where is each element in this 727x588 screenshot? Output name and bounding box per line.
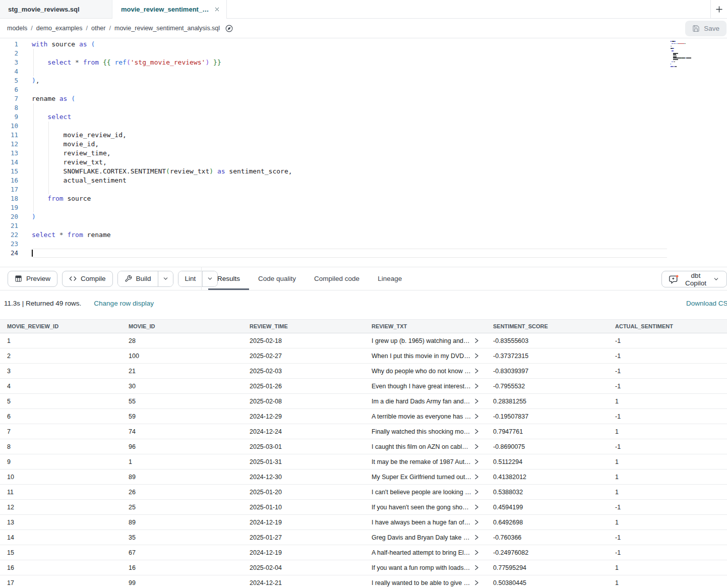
line-number: 10 <box>0 122 18 131</box>
build-dropdown-button[interactable] <box>158 271 173 286</box>
cell-actual-sentiment: -1 <box>608 383 727 390</box>
review-text: If you haven't seen the gong show TV s… <box>372 504 471 511</box>
expand-cell-chevron-icon[interactable] <box>474 535 479 540</box>
line-number: 5 <box>0 76 18 85</box>
code-line-12: 12 movie_id, <box>0 140 727 149</box>
cell-review-time: 2025-01-10 <box>243 504 365 511</box>
new-tab-button[interactable] <box>710 0 727 18</box>
preview-button[interactable]: Preview <box>8 271 57 287</box>
cell-movie-id: 28 <box>122 337 243 344</box>
expand-cell-chevron-icon[interactable] <box>474 504 479 510</box>
code-editor[interactable]: 1with source as (23 select * from {{ ref… <box>0 39 727 267</box>
cell-movie-review-id: 16 <box>0 564 122 571</box>
expand-cell-chevron-icon[interactable] <box>474 444 479 449</box>
build-label: Build <box>136 275 151 282</box>
line-number: 19 <box>0 203 18 212</box>
lint-button[interactable]: Lint <box>178 271 203 286</box>
tab-movie-review-sentiment-analysis[interactable]: movie_review_sentiment_… <box>112 0 227 18</box>
breadcrumb: models/demo_examples/other/movie_review_… <box>7 25 220 32</box>
cell-review-time: 2025-01-27 <box>243 534 365 541</box>
code-line-6: 6 <box>0 85 727 94</box>
cell-review-txt: Finally watched this shocking movie la… <box>365 428 486 435</box>
expand-cell-chevron-icon[interactable] <box>474 414 479 419</box>
tab-code-quality[interactable]: Code quality <box>249 267 305 290</box>
line-number: 12 <box>0 140 18 149</box>
minimap[interactable] <box>671 41 709 70</box>
code-line-15: 15 SNOWFLAKE.CORTEX.SENTIMENT(review_txt… <box>0 167 727 176</box>
save-button[interactable]: Save <box>685 21 726 36</box>
review-text: I caught this film on AZN on cable. It s… <box>372 443 471 450</box>
tab-results[interactable]: Results <box>208 267 249 290</box>
expand-cell-chevron-icon[interactable] <box>474 580 479 585</box>
table-row: 16162025-02-04If you want a fun romp wit… <box>0 560 727 575</box>
cell-review-txt: If you haven't seen the gong show TV s… <box>365 504 486 511</box>
line-number: 9 <box>0 112 18 122</box>
expand-cell-chevron-icon[interactable] <box>474 398 479 404</box>
cell-movie-review-id: 17 <box>0 579 122 586</box>
expand-cell-chevron-icon[interactable] <box>474 519 479 525</box>
cell-sentiment-score: -0.760366 <box>486 534 608 541</box>
expand-cell-chevron-icon[interactable] <box>474 489 479 495</box>
cell-review-txt: I can't believe people are looking for a… <box>365 489 486 496</box>
tab-stg-movie-reviews[interactable]: stg_movie_reviews.sql <box>0 0 112 18</box>
compile-button[interactable]: Compile <box>62 271 113 287</box>
cell-actual-sentiment: 1 <box>608 564 727 571</box>
tab-compiled-code[interactable]: Compiled code <box>305 267 369 290</box>
expand-cell-chevron-icon[interactable] <box>474 474 479 480</box>
line-number: 23 <box>0 240 18 249</box>
cell-actual-sentiment: -1 <box>608 352 727 360</box>
tab-label: Lineage <box>378 275 402 282</box>
save-label: Save <box>704 25 719 32</box>
cell-review-time: 2025-02-18 <box>243 337 365 344</box>
column-header-movie-id: MOVIE_ID <box>122 323 243 329</box>
cell-review-time: 2024-12-21 <box>243 579 365 586</box>
cell-actual-sentiment: 1 <box>608 428 727 435</box>
cell-sentiment-score: -0.19507837 <box>486 413 608 420</box>
cell-actual-sentiment: -1 <box>608 504 727 511</box>
line-number: 18 <box>0 194 18 203</box>
preview-table-icon <box>15 275 22 282</box>
code-line-content: from source <box>32 194 91 203</box>
preview-label: Preview <box>26 275 50 282</box>
expand-cell-chevron-icon[interactable] <box>474 429 479 434</box>
cell-movie-review-id: 7 <box>0 428 122 435</box>
line-number: 2 <box>0 49 18 58</box>
cell-sentiment-score: -0.8690075 <box>486 443 608 450</box>
line-number: 14 <box>0 158 18 167</box>
editor-toolbar: Preview Compile Build Lint <box>0 267 727 290</box>
results-status-bar: 11.3s | Returned 49 rows. Change row dis… <box>0 291 727 316</box>
expand-cell-chevron-icon[interactable] <box>474 338 479 343</box>
cell-movie-review-id: 8 <box>0 443 122 450</box>
code-line-8: 8 <box>0 103 727 112</box>
dbt-copilot-button[interactable]: dbt Copilot <box>661 271 727 287</box>
review-text: Greg Davis and Bryan Daly take some … <box>372 534 471 541</box>
query-status-text: 11.3s | Returned 49 rows. <box>4 300 81 307</box>
code-line-11: 11 movie_review_id, <box>0 131 727 140</box>
expand-cell-chevron-icon[interactable] <box>474 565 479 570</box>
table-row: 7742024-12-24Finally watched this shocki… <box>0 424 727 439</box>
table-row: 17992024-12-21I really wanted to be able… <box>0 575 727 588</box>
column-header-movie-review-id: MOVIE_REVIEW_ID <box>0 323 122 329</box>
expand-cell-chevron-icon[interactable] <box>474 368 479 374</box>
change-row-display-link[interactable]: Change row display <box>94 300 154 307</box>
indent-guide <box>48 122 49 194</box>
cell-sentiment-score: -0.83555603 <box>486 337 608 344</box>
tab-lineage[interactable]: Lineage <box>369 267 411 290</box>
cell-movie-id: 30 <box>122 383 243 390</box>
expand-cell-chevron-icon[interactable] <box>474 459 479 464</box>
cell-movie-id: 89 <box>122 519 243 526</box>
code-line-9: 9 select <box>0 112 727 122</box>
close-tab-icon[interactable] <box>214 6 220 13</box>
expand-cell-chevron-icon[interactable] <box>474 383 479 389</box>
download-csv-link[interactable]: Download CSV <box>686 300 727 307</box>
cell-sentiment-score: -0.83039397 <box>486 368 608 375</box>
expand-cell-chevron-icon[interactable] <box>474 550 479 555</box>
review-text: Why do people who do not know what… <box>372 368 471 375</box>
code-line-content: select * from rename <box>32 230 111 240</box>
compile-label: Compile <box>81 275 106 282</box>
code-line-17: 17 <box>0 185 727 194</box>
code-line-14: 14 review_txt, <box>0 158 727 167</box>
expand-cell-chevron-icon[interactable] <box>474 353 479 359</box>
build-button[interactable]: Build <box>118 271 158 286</box>
view-docs-compass-icon[interactable] <box>225 24 233 33</box>
